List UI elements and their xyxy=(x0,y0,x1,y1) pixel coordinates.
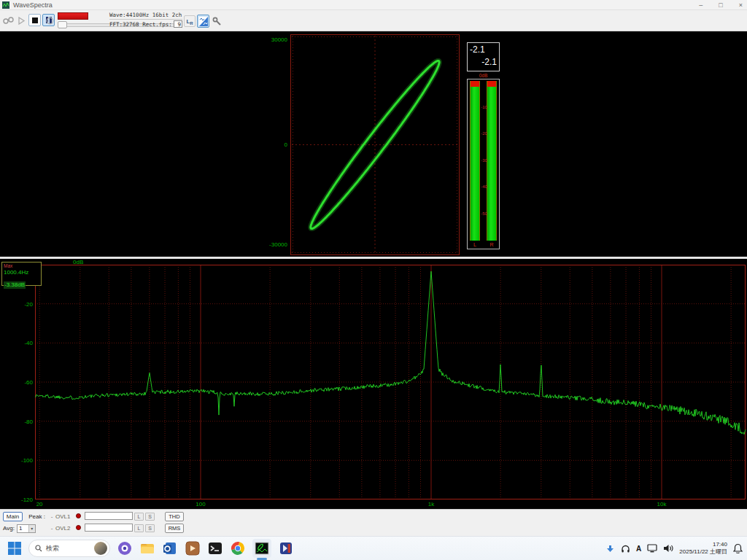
ime-indicator[interactable]: A xyxy=(636,545,641,553)
wave-info: Wave:44100Hz 16bit 2ch xyxy=(109,11,182,20)
taskbar-file-explorer[interactable] xyxy=(139,540,155,556)
play-icon xyxy=(18,17,26,25)
max-peak-readout: Max 1000.4Hz -3.38dB xyxy=(1,262,42,286)
play-button[interactable] xyxy=(16,15,26,26)
scope-ymid-label: 0 xyxy=(260,141,287,148)
lr-swap-button[interactable]: LR xyxy=(184,15,196,27)
spectrum-y-tick: -100 xyxy=(21,457,34,464)
taskbar-wavespectra-active[interactable] xyxy=(252,539,271,558)
record-button[interactable] xyxy=(44,15,55,26)
taskbar-video-editor[interactable] xyxy=(278,540,294,556)
ovl1-led[interactable] xyxy=(76,513,81,518)
open-file-icon xyxy=(3,16,14,25)
clock-time: 17:40 xyxy=(679,541,727,548)
fft-info: FFT:32768 Rect. xyxy=(109,21,159,28)
search-highlight-image[interactable] xyxy=(94,542,107,555)
spectrum-y-tick: -120 xyxy=(21,497,34,503)
meter-left-value: -2.1 xyxy=(470,44,485,55)
meter-zero-label: 0dB xyxy=(467,73,500,78)
close-button[interactable]: × xyxy=(739,1,743,9)
taskbar-outlook[interactable] xyxy=(162,540,178,556)
avg-value: 1 xyxy=(18,525,28,532)
ovl2-label: OVL2 xyxy=(55,525,76,532)
thd-button[interactable]: THD xyxy=(165,512,184,521)
tray-update-arrow-icon[interactable] xyxy=(605,544,615,553)
control-bar: Main Peak : - OVL1 L S THD Avg: 1▾ - OVL… xyxy=(0,509,747,536)
taskbar: 検索 xyxy=(0,536,747,560)
spectrum-panel: 0dB-20-40-60-80-100-120201001k10k Max 10… xyxy=(0,259,747,509)
meter-readout: -2.1 -2.1 xyxy=(467,42,500,71)
avg-label: Avg: xyxy=(3,525,15,532)
taskbar-chrome[interactable] xyxy=(230,540,246,556)
meter-left-channel-label: L xyxy=(470,242,480,247)
start-button[interactable] xyxy=(7,541,22,556)
max-label: Max xyxy=(4,263,39,269)
clock[interactable]: 17:40 2025/11/22 土曜日 xyxy=(679,541,727,556)
tray-headphones-icon[interactable] xyxy=(621,544,630,553)
taskbar-app-chat[interactable] xyxy=(117,540,133,556)
spectrum-y-tick: -40 xyxy=(24,340,33,346)
avg-select[interactable]: 1▾ xyxy=(17,524,36,533)
spectrum-x-tick: 10k xyxy=(657,501,667,508)
taskbar-terminal[interactable] xyxy=(207,540,223,556)
app-icon xyxy=(2,1,9,9)
stop-icon xyxy=(32,18,38,23)
meter-bar-right-cap xyxy=(487,81,496,87)
fps-value-box[interactable]: 9 xyxy=(174,20,182,28)
ovl1-label: OVL1 xyxy=(55,513,76,520)
minimize-button[interactable]: – xyxy=(699,1,703,9)
ovl1-input[interactable] xyxy=(85,512,133,520)
meter-right-value: -2.1 xyxy=(481,57,497,67)
volume-icon[interactable] xyxy=(663,544,673,553)
meter-bars: L R -10-20-30-40-50 xyxy=(467,79,500,249)
settings-button[interactable] xyxy=(212,15,222,27)
spectrum-y-tick: -60 xyxy=(24,379,33,386)
meter-right-channel-label: R xyxy=(487,242,497,247)
meter-scale-label: -10 xyxy=(468,105,500,109)
max-frequency-value: 1000.4Hz xyxy=(4,269,39,276)
record-level-bar xyxy=(58,12,88,20)
scope-ymax-label: 30000 xyxy=(260,36,287,43)
rms-button[interactable]: RMS xyxy=(165,524,184,533)
open-file-button[interactable] xyxy=(2,15,14,26)
scope-ymin-label: -30000 xyxy=(260,241,287,248)
window-title: WaveSpectra xyxy=(13,1,53,9)
spectrum-y-tick: 0dB xyxy=(73,259,83,265)
fps-label: fps: xyxy=(159,21,172,28)
record-icon xyxy=(46,17,54,25)
spectrum-x-tick: 20 xyxy=(36,501,43,508)
chevron-down-icon: ▾ xyxy=(28,525,35,532)
search-icon xyxy=(35,545,42,552)
meter-scale-label: -50 xyxy=(468,211,500,216)
clock-date: 2025/11/22 土曜日 xyxy=(679,548,727,556)
spectrum-x-tick: 1k xyxy=(428,501,435,508)
taskbar-media-player[interactable] xyxy=(185,540,201,556)
dash-2: - xyxy=(48,525,55,532)
search-box[interactable]: 検索 xyxy=(28,540,110,557)
spectrum-y-tick: -20 xyxy=(24,301,33,308)
ovl2-led[interactable] xyxy=(76,525,81,530)
max-level-value: -3.38dB xyxy=(4,281,26,289)
meter-scale-label: -30 xyxy=(468,158,500,163)
display-mode-icon xyxy=(199,17,208,26)
lissajous-panel: 30000 0 -30000 -2.1 -2.1 0dB L R -10-20-… xyxy=(0,31,747,257)
network-icon[interactable] xyxy=(647,544,657,553)
stream-info: Wave:44100Hz 16bit 2ch FFT:32768 Rect. f… xyxy=(109,11,182,30)
maximize-button[interactable]: □ xyxy=(719,1,722,9)
ovl1-s-button[interactable]: S xyxy=(145,513,155,521)
main-view-button[interactable]: Main xyxy=(3,512,23,521)
ovl2-input[interactable] xyxy=(85,524,133,532)
meter-scale-label: -20 xyxy=(468,131,500,136)
wrench-icon xyxy=(212,17,222,26)
ovl2-s-button[interactable]: S xyxy=(145,524,155,532)
toolbar: Wave:44100Hz 16bit 2ch FFT:32768 Rect. f… xyxy=(0,10,747,31)
display-mode-toggle-button[interactable] xyxy=(197,15,209,28)
meter-bar-left-cap xyxy=(471,81,479,87)
dash-1: - xyxy=(48,513,55,520)
stop-button[interactable] xyxy=(28,14,41,26)
ovl2-l-button[interactable]: L xyxy=(134,524,144,532)
title-bar: WaveSpectra – □ × xyxy=(0,0,747,10)
ovl1-l-button[interactable]: L xyxy=(134,513,144,521)
notification-bell-icon[interactable] xyxy=(733,543,743,553)
seek-slider-thumb[interactable] xyxy=(58,21,67,28)
